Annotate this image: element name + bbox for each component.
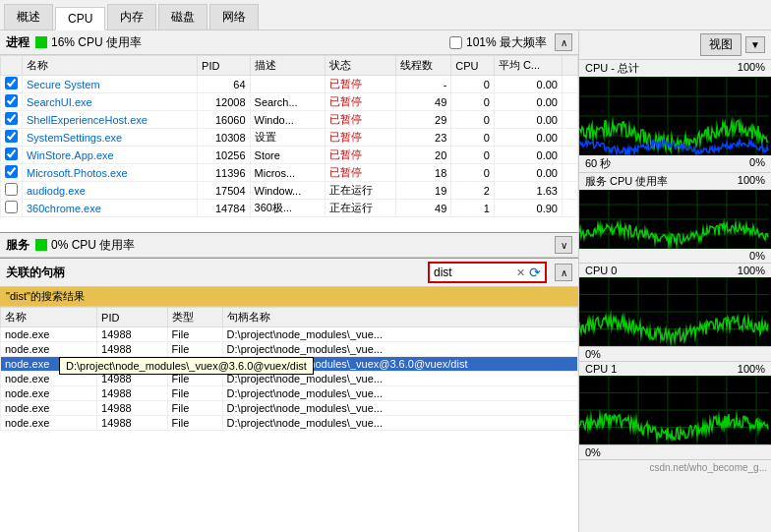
tab-overview[interactable]: 概述 <box>4 4 53 30</box>
table-row[interactable]: node.exe 14988 File D:\project\node_modu… <box>1 416 578 431</box>
process-avgcpu: 0.00 <box>494 111 562 129</box>
process-desc <box>250 76 326 93</box>
handle-pid: 14988 <box>97 342 168 357</box>
services-cpu-usage: 0% CPU 使用率 <box>51 237 135 254</box>
process-name[interactable]: Microsoft.Photos.exe <box>23 164 198 182</box>
row-spacer <box>563 147 578 164</box>
col-status[interactable]: 状态 <box>326 56 396 76</box>
row-spacer <box>563 129 578 147</box>
process-desc: Search... <box>250 93 326 111</box>
process-name[interactable]: ShellExperienceHost.exe <box>23 111 198 129</box>
process-avgcpu: 0.00 <box>494 147 562 164</box>
col-threads[interactable]: 线程数 <box>395 56 451 76</box>
handle-pid: 14988 <box>97 327 168 342</box>
max-freq-checkbox[interactable] <box>449 36 462 49</box>
table-row[interactable]: ShellExperienceHost.exe 16060 Windo... 已… <box>1 111 578 129</box>
row-checkbox[interactable] <box>5 112 18 125</box>
cpu-total-label-bar: CPU - 总计 100% <box>579 60 771 77</box>
table-row[interactable]: Microsoft.Photos.exe 11396 Micros... 已暂停… <box>1 164 578 182</box>
table-row[interactable]: Secure System 64 已暂停 - 0 0.00 <box>1 76 578 93</box>
handles-col-type[interactable]: 类型 <box>167 308 222 327</box>
col-name[interactable]: 名称 <box>23 56 198 76</box>
process-title: 进程 <box>6 34 30 51</box>
row-spacer <box>563 164 578 182</box>
content-area: 进程 16% CPU 使用率 101% 最大频率 ∧ <box>0 30 771 532</box>
process-pid: 11396 <box>198 164 250 182</box>
col-pid[interactable]: PID <box>198 56 250 76</box>
table-row[interactable]: node.exe 14988 File D:\project\node_modu… <box>1 342 578 357</box>
handles-col-name[interactable]: 名称 <box>1 308 97 327</box>
process-name[interactable]: SystemSettings.exe <box>23 129 198 147</box>
process-pid: 64 <box>198 76 250 93</box>
process-pid: 12008 <box>198 93 250 111</box>
process-name[interactable]: 360chrome.exe <box>23 200 198 217</box>
process-table[interactable]: 名称 PID 描述 状态 线程数 CPU 平均 C... Secure Syst… <box>0 55 578 232</box>
tab-memory[interactable]: 内存 <box>107 4 156 30</box>
service-cpu-pct: 100% <box>738 174 765 189</box>
cpu-total-label: CPU - 总计 <box>585 61 639 76</box>
view-dropdown-button[interactable]: ▼ <box>745 36 765 53</box>
tab-network[interactable]: 网络 <box>209 4 259 30</box>
services-section: 服务 0% CPU 使用率 ∨ <box>0 232 578 258</box>
row-checkbox[interactable] <box>5 148 18 160</box>
handles-col-handle[interactable]: 句柄名称 <box>222 308 577 327</box>
process-status: 已暂停 <box>326 93 396 111</box>
handles-table[interactable]: 名称 PID 类型 句柄名称 node.exe 14988 File D:\pr… <box>0 307 578 532</box>
process-desc: 设置 <box>250 129 326 147</box>
table-row[interactable]: 360chrome.exe 14784 360极... 正在运行 49 1 0.… <box>1 200 578 217</box>
handles-expand-button[interactable]: ∧ <box>555 264 572 281</box>
process-expand-button[interactable]: ∧ <box>555 33 572 51</box>
search-input[interactable] <box>434 266 512 279</box>
table-row[interactable]: SearchUI.exe 12008 Search... 已暂停 49 0 0.… <box>1 93 578 111</box>
handle-path: D:\project\node_modules\_vue... <box>222 386 577 401</box>
cpu-total-pct: 100% <box>738 61 765 76</box>
green-dot-icon <box>35 36 47 48</box>
left-panel: 进程 16% CPU 使用率 101% 最大频率 ∧ <box>0 30 579 532</box>
row-checkbox[interactable] <box>5 201 18 213</box>
tab-cpu[interactable]: CPU <box>55 7 105 30</box>
search-go-icon[interactable]: ⟳ <box>529 265 541 280</box>
process-name[interactable]: Secure System <box>23 76 198 93</box>
tab-bar: 概述 CPU 内存 磁盘 网络 <box>0 0 771 30</box>
table-row[interactable]: SystemSettings.exe 10308 设置 已暂停 23 0 0.0… <box>1 129 578 147</box>
tab-disk[interactable]: 磁盘 <box>158 4 208 30</box>
search-clear-icon[interactable]: ✕ <box>516 266 525 279</box>
process-desc: Store <box>250 147 326 164</box>
row-checkbox[interactable] <box>5 165 18 178</box>
search-container: ✕ ⟳ <box>428 262 547 283</box>
handle-name: node.exe <box>1 416 97 431</box>
process-cpu-indicator: 16% CPU 使用率 <box>35 34 142 51</box>
col-avgcpu[interactable]: 平均 C... <box>494 56 562 76</box>
row-checkbox[interactable] <box>5 183 18 196</box>
service-cpu-label: 服务 CPU 使用率 <box>585 174 668 189</box>
handles-title: 关联的句柄 <box>6 265 65 281</box>
row-checkbox[interactable] <box>5 77 18 89</box>
services-expand-button[interactable]: ∨ <box>555 236 572 254</box>
process-name[interactable]: audiodg.exe <box>23 182 198 200</box>
col-cpu[interactable]: CPU <box>451 56 495 76</box>
table-row[interactable]: node.exe 14988 File D:\project\node_modu… <box>1 401 578 416</box>
process-name[interactable]: SearchUI.exe <box>23 93 198 111</box>
handle-path: D:\project\node_modules\_vue... <box>222 416 577 431</box>
handle-type: File <box>167 416 222 431</box>
handle-name: node.exe <box>1 327 97 342</box>
handles-col-pid[interactable]: PID <box>97 308 168 327</box>
handle-pid: 14988 <box>97 386 168 401</box>
process-name[interactable]: WinStore.App.exe <box>23 147 198 164</box>
process-status: 已暂停 <box>326 129 396 147</box>
service-cpu-bar: 服务 CPU 使用率 100% <box>579 172 771 190</box>
view-button[interactable]: 视图 <box>700 33 741 56</box>
search-results-header: "dist"的搜索结果 <box>0 287 578 307</box>
table-row[interactable]: audiodg.exe 17504 Window... 正在运行 19 2 1.… <box>1 182 578 200</box>
table-row[interactable]: node.exe 14988 File D:\project\node_modu… <box>1 327 578 342</box>
process-cpu: 2 <box>451 182 495 200</box>
table-row[interactable]: WinStore.App.exe 10256 Store 已暂停 20 0 0.… <box>1 147 578 164</box>
table-row[interactable]: node.exe 14988 File D:\project\node_modu… <box>1 386 578 401</box>
handles-controls: ✕ ⟳ ∧ <box>428 262 572 283</box>
col-desc[interactable]: 描述 <box>250 56 326 76</box>
row-spacer <box>563 200 578 217</box>
process-cpu: 0 <box>451 93 495 111</box>
row-checkbox[interactable] <box>5 94 18 107</box>
services-title: 服务 <box>6 237 30 254</box>
row-checkbox[interactable] <box>5 130 18 143</box>
